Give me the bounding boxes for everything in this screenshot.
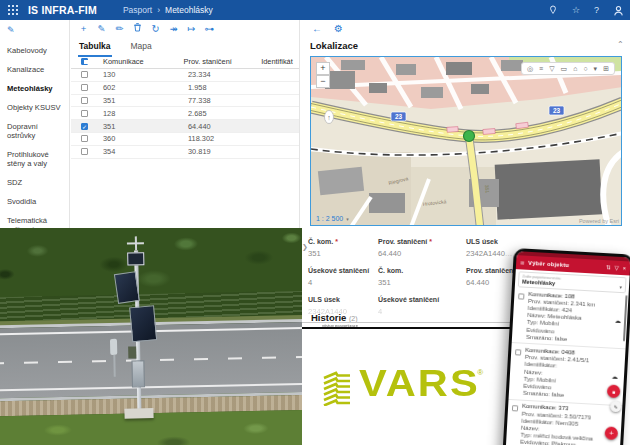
table-row[interactable]: 354 30.819 <box>71 146 299 159</box>
row-checkbox-checked[interactable]: ✓ <box>81 123 88 130</box>
cell-komunikace: 360 <box>103 134 188 143</box>
list-item[interactable]: Komunikace: 373Prov. staničení: 3.50/717… <box>505 400 622 445</box>
filter-icon[interactable]: ▽ <box>549 65 554 73</box>
app-title: IS INFRA-FIM <box>28 4 97 16</box>
basemap-icon[interactable]: ◎ <box>527 65 533 73</box>
breadcrumb-separator-icon: › <box>157 5 160 15</box>
item-checkbox[interactable] <box>518 293 524 299</box>
table-row[interactable]: 130 23.334 <box>71 69 299 82</box>
row-checkbox[interactable] <box>81 110 88 117</box>
sidebar-item-objekty-ksusv[interactable]: Objekty KSUSV <box>7 98 67 117</box>
user-icon[interactable] <box>613 5 624 16</box>
cell-stanicenni: 118.302 <box>188 134 270 143</box>
sidebar-item-protihlukove-steny[interactable]: Protihlukové stěny a valy <box>7 145 67 173</box>
table-row[interactable]: 351 77.338 <box>71 95 299 108</box>
app-launcher-icon[interactable] <box>8 5 18 15</box>
field-value[interactable]: 4 <box>378 307 473 316</box>
settings-gear-icon[interactable]: ⚙ <box>334 23 343 34</box>
sidebar-item-kanalizace[interactable]: Kanalizace <box>7 60 67 79</box>
station-sensor-box <box>128 346 136 358</box>
oneway-sign: ↑ <box>325 111 334 124</box>
table-row[interactable]: 602 1.958 <box>71 82 299 95</box>
move-record-icon[interactable]: ↠ <box>168 23 179 34</box>
menu-icon[interactable]: ≡ <box>520 259 524 266</box>
select-all-checkbox[interactable] <box>81 58 88 65</box>
close-icon[interactable]: × <box>623 265 627 271</box>
sidebar-item-kabelovody[interactable]: Kabelovody <box>7 41 67 60</box>
selected-object-marker[interactable] <box>464 131 475 142</box>
layers-icon[interactable]: ≡ <box>539 65 543 72</box>
refresh-icon[interactable]: ↻ <box>150 23 161 34</box>
sidebar-item-svodidla[interactable]: Svodidla <box>7 192 67 211</box>
field-value[interactable]: 351 <box>378 278 473 287</box>
sidebar-item-meteohlasky[interactable]: Meteohlásky <box>7 79 67 98</box>
pin-icon[interactable] <box>548 5 558 15</box>
help-icon[interactable]: ? <box>594 5 599 15</box>
row-checkbox[interactable] <box>81 71 88 78</box>
branch-road-label: 351 <box>484 184 491 193</box>
table-row[interactable]: 360 118.302 <box>71 133 299 146</box>
field-value[interactable]: 64.440 <box>378 249 473 258</box>
map-scale-control[interactable]: 1 : 2 500 ▾ <box>316 215 349 222</box>
print-icon[interactable]: ⊞ <box>603 65 609 73</box>
records-table: Komunikace Prov. staničení Identifikát 1… <box>71 54 299 159</box>
station-small-solar-panel <box>127 252 144 265</box>
map-toolbar: ◎ ≡ ▽ ▭ ⌂ ○ ▾ ⊞ <box>521 62 615 75</box>
delete-icon[interactable] <box>132 22 143 34</box>
item-checkbox[interactable] <box>515 349 521 355</box>
select-icon[interactable]: ▾ <box>594 65 598 73</box>
sidebar-item-sdz[interactable]: SDZ <box>7 173 67 192</box>
home-extent-icon[interactable]: ⌂ <box>573 65 577 72</box>
chevron-down-icon: ▾ <box>619 283 622 289</box>
table-row[interactable]: 128 2.685 <box>71 107 299 120</box>
row-checkbox[interactable] <box>81 97 88 104</box>
road-shield-left: 23 <box>391 112 406 121</box>
assign-record-icon[interactable]: ↦ <box>186 23 197 34</box>
collage-edge-line <box>298 327 530 329</box>
cell-komunikace: 602 <box>103 83 188 92</box>
cell-komunikace: 351 <box>103 96 188 105</box>
table-panel: + ✎ ✏ ↻ ↠ ↦ ⊶ Tabulka Mapa Komunikace Pr… <box>71 20 300 228</box>
add-icon[interactable]: + <box>78 23 89 34</box>
sidebar-edit-icon[interactable]: ✎ <box>7 25 15 35</box>
required-asterisk: * <box>429 238 432 245</box>
favorites-star-icon[interactable]: ☆ <box>572 5 580 15</box>
filter-icon[interactable]: ▽ <box>614 265 619 271</box>
locate-icon[interactable]: ○ <box>583 65 587 72</box>
scale-caret-icon: ▾ <box>346 216 349 222</box>
zoom-out-button[interactable]: − <box>316 75 330 88</box>
station-sensor-arm <box>127 242 144 244</box>
column-header-komunikace[interactable]: Komunikace <box>103 57 183 66</box>
map-zoom-controls: + − <box>316 62 330 88</box>
mobile-app-overlay: ≡ Výběr objektu ⇅ ▽ × Zvolte pasportovou… <box>502 248 630 445</box>
list-item[interactable]: Komunikace: 0408Prov. staničení: 2.41/5/… <box>509 343 626 406</box>
location-map[interactable]: 23 23 ↑ Riegrova Hrotovická 351 + − ◎ ≡ … <box>310 56 622 226</box>
photo-content <box>0 228 302 445</box>
row-checkbox[interactable] <box>81 84 88 91</box>
cloud-sync-icon[interactable]: ☁ <box>611 373 618 381</box>
table-row-selected[interactable]: ✓ 351 64.440 <box>71 120 299 133</box>
measure-icon[interactable]: ▭ <box>561 65 568 73</box>
row-checkbox[interactable] <box>81 148 88 155</box>
list-item[interactable]: Komunikace: 108Prov. staničení: 2.341 km… <box>512 287 629 350</box>
svg-text:23: 23 <box>553 107 561 114</box>
roadside-marker-post <box>110 339 117 355</box>
column-header-identifikator[interactable]: Identifikát <box>261 57 299 66</box>
sidebar-item-dopravni-ostruvky[interactable]: Dopravní ostrůvky <box>7 117 67 145</box>
sort-icon[interactable]: ⇅ <box>606 264 611 270</box>
collapse-section-icon[interactable]: ⌃ <box>617 40 624 49</box>
edit-icon[interactable]: ✎ <box>96 23 107 34</box>
breadcrumb-current[interactable]: Meteohlásky <box>165 5 213 15</box>
row-checkbox[interactable] <box>81 135 88 142</box>
cloud-sync-icon[interactable]: ☁ <box>614 316 621 324</box>
cell-stanicenni: 30.819 <box>188 147 270 156</box>
zoom-in-button[interactable]: + <box>316 62 330 75</box>
share-icon[interactable]: ⊶ <box>204 23 215 34</box>
item-checkbox[interactable] <box>512 405 518 411</box>
required-asterisk: * <box>335 238 338 245</box>
cell-stanicenni: 1.958 <box>188 83 270 92</box>
breadcrumb-parent[interactable]: Pasport <box>123 5 152 15</box>
column-header-stanicenni[interactable]: Prov. staničení <box>183 57 261 66</box>
back-icon[interactable]: ← <box>312 23 322 34</box>
bulk-edit-icon[interactable]: ✏ <box>114 23 125 34</box>
